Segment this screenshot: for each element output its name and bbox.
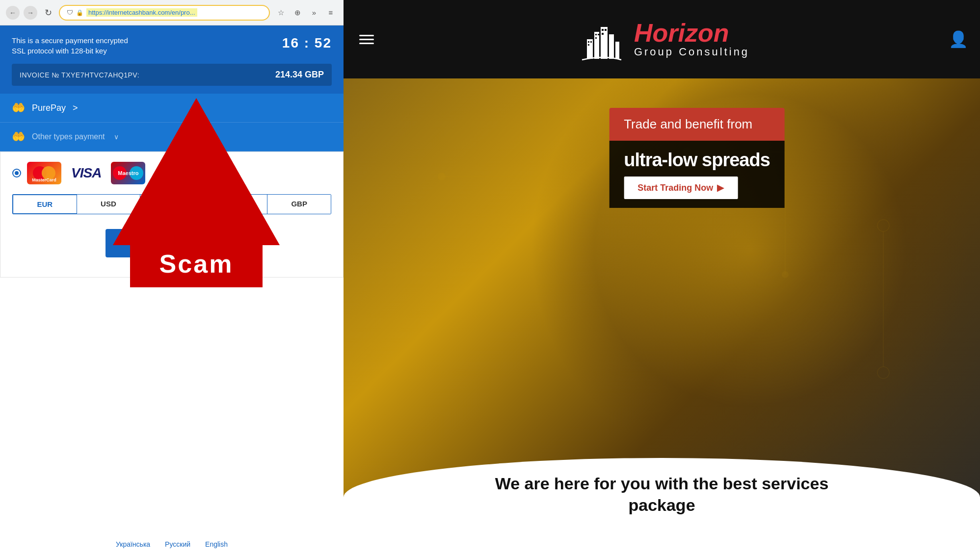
payment-header: This is a secure payment encrypted SSL p… <box>0 25 344 94</box>
start-trading-button[interactable]: Start Trading Now ▶ <box>624 177 738 199</box>
svg-rect-6 <box>590 41 592 43</box>
site-panel: Horizon Group Consulting 👤 T <box>344 0 980 556</box>
purepay-method[interactable]: 🤲 PurePay > <box>0 94 344 123</box>
payment-timer: 16 : 52 <box>282 35 332 51</box>
exclamation-mark: ! <box>189 329 204 373</box>
logo-group: Group Consulting <box>634 46 749 58</box>
svg-rect-8 <box>595 34 597 35</box>
hero-bottom-line2: package <box>628 496 695 514</box>
address-url: https://internetcashbank.com/en/pro... <box>86 8 197 17</box>
refresh-button[interactable]: ↻ <box>41 6 55 20</box>
invoice-amount: 214.34 GBP <box>275 70 324 80</box>
svg-rect-7 <box>588 44 589 46</box>
currency-tabs: EUR USD UAH RUB GBP <box>12 194 331 214</box>
invoice-label: INVOICE № TXYE7HTVC7AHQ1PV: <box>20 71 139 79</box>
hero-bottom-white: We are here for you with the best servic… <box>344 458 980 556</box>
site-logo: Horizon Group Consulting <box>577 15 749 64</box>
radio-inner <box>15 171 19 175</box>
site-navbar: Horizon Group Consulting 👤 <box>344 0 980 78</box>
trade-card-bottom: ultra-low spreads Start Trading Now ▶ <box>609 141 785 208</box>
trade-top-text: Trade and benefit from <box>624 117 752 131</box>
hero-bottom-text: We are here for you with the best servic… <box>490 473 834 516</box>
svg-rect-10 <box>595 37 597 39</box>
back-button[interactable]: ← <box>6 6 20 20</box>
trade-bottom-text: ultra-low spreads <box>624 150 770 171</box>
svg-rect-1 <box>594 32 599 59</box>
trade-card: Trade and benefit from ultra-low spreads… <box>609 108 785 208</box>
currency-rub[interactable]: RUB <box>204 195 268 214</box>
currency-uah[interactable]: UAH <box>140 195 204 214</box>
hero-bottom-title: We are here for you with the best servic… <box>490 473 834 516</box>
start-trading-label: Start Trading Now <box>637 183 713 193</box>
currency-gbp[interactable]: GBP <box>267 195 331 214</box>
select-label: SELECT <box>145 238 185 249</box>
purepay-label: PurePay <box>32 103 66 113</box>
purepay-icon: 🤲 <box>12 101 25 114</box>
user-account-button[interactable]: 👤 <box>949 30 968 49</box>
browser-chrome: ← → ↻ 🛡 🔒 https://internetcashbank.com/e… <box>0 0 344 25</box>
menu-button[interactable]: ≡ <box>324 6 338 20</box>
maestro-text: Maestro <box>118 170 138 176</box>
hamburger-button[interactable] <box>355 31 378 48</box>
bookmark-button[interactable]: ☆ <box>274 6 288 20</box>
svg-rect-5 <box>588 41 589 43</box>
hero-area: Trade and benefit from ultra-low spreads… <box>344 78 980 556</box>
svg-rect-0 <box>587 39 593 59</box>
shield-icon: 🛡 <box>67 9 73 16</box>
pocket-button[interactable]: ⊕ <box>291 6 304 20</box>
select-button-wrap: SELECT ✓ <box>12 229 331 257</box>
mastercard-logo: MasterCard <box>27 162 61 184</box>
secure-line1: This is a secure payment encrypted <box>12 35 128 46</box>
svg-rect-9 <box>598 34 599 35</box>
maestro-logo: Maestro <box>111 162 145 184</box>
secure-payment-text: This is a secure payment encrypted SSL p… <box>12 35 128 56</box>
svg-point-22 <box>877 220 889 231</box>
currency-usd[interactable]: USD <box>77 195 141 214</box>
svg-point-23 <box>877 367 889 379</box>
hamburger-line1 <box>359 35 374 36</box>
svg-rect-2 <box>601 27 608 59</box>
lang-ukrainian[interactable]: Українська <box>116 540 150 548</box>
select-button[interactable]: SELECT ✓ <box>106 229 238 257</box>
svg-rect-13 <box>602 33 604 35</box>
browser-toolbar: ☆ ⊕ » ≡ <box>274 6 338 20</box>
start-trading-arrow: ▶ <box>717 182 724 193</box>
language-links: Українська Русский English <box>0 532 344 556</box>
other-methods-icon: 🤲 <box>12 130 25 143</box>
card-radio[interactable] <box>12 169 21 177</box>
invoice-row: INVOICE № TXYE7HTVC7AHQ1PV: 214.34 GBP <box>12 64 332 86</box>
user-icon: 👤 <box>949 30 968 48</box>
trade-card-top: Trade and benefit from <box>609 108 785 141</box>
mastercard-text: MasterCard <box>32 177 56 182</box>
lang-english[interactable]: English <box>205 540 228 548</box>
svg-rect-4 <box>615 42 619 59</box>
purepay-chevron: > <box>73 103 78 113</box>
visa-logo: VISA <box>67 165 105 181</box>
forward-button[interactable]: → <box>24 6 37 20</box>
other-methods-chevron: ∨ <box>114 133 119 141</box>
address-bar[interactable]: 🛡 🔒 https://internetcashbank.com/en/pro.… <box>59 5 270 21</box>
other-methods-label: Other types payment <box>32 132 105 141</box>
select-checkmark: ✓ <box>190 238 199 249</box>
hamburger-line2 <box>359 39 374 40</box>
payment-methods: 🤲 PurePay > 🤲 Other types payment ∨ <box>0 94 344 152</box>
lock-icon: 🔒 <box>76 9 83 16</box>
more-tools-button[interactable]: » <box>307 6 321 20</box>
svg-rect-3 <box>609 34 614 59</box>
currency-eur[interactable]: EUR <box>12 194 78 214</box>
other-methods[interactable]: 🤲 Other types payment ∨ <box>0 123 344 152</box>
logo-horizon: Horizon <box>634 20 749 46</box>
svg-rect-12 <box>605 29 607 31</box>
hamburger-line3 <box>359 43 374 44</box>
hero-bottom-line1: We are here for you with the best servic… <box>495 474 829 493</box>
browser-panel: ← → ↻ 🛡 🔒 https://internetcashbank.com/e… <box>0 0 344 556</box>
site-logo-text: Horizon Group Consulting <box>634 20 749 58</box>
card-area: MasterCard VISA Maestro EUR USD UAH RUB … <box>0 152 344 278</box>
svg-rect-11 <box>602 29 604 31</box>
card-logos-row: MasterCard VISA Maestro <box>12 162 331 184</box>
secure-line2: SSL protocol with 128-bit key <box>12 46 128 56</box>
lang-russian[interactable]: Русский <box>165 540 190 548</box>
site-logo-icon <box>577 15 626 64</box>
